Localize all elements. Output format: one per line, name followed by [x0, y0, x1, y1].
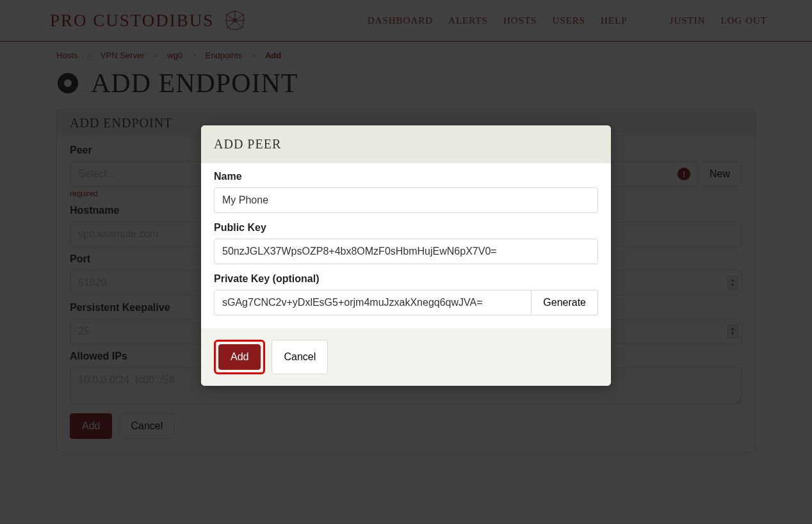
private-key-input[interactable]: [214, 290, 532, 315]
peer-cancel-button[interactable]: Cancel: [272, 340, 328, 374]
modal-overlay: ADD PEER Name Public Key Private Key (op…: [0, 0, 812, 524]
public-key-label: Public Key: [214, 222, 598, 234]
private-key-label: Private Key (optional): [214, 273, 598, 285]
generate-key-button[interactable]: Generate: [532, 290, 598, 315]
peer-name-label: Name: [214, 171, 598, 182]
add-peer-modal: ADD PEER Name Public Key Private Key (op…: [201, 125, 611, 386]
add-button-highlight: Add: [214, 340, 265, 374]
public-key-input[interactable]: [214, 239, 598, 264]
peer-name-input[interactable]: [214, 187, 598, 213]
peer-add-button[interactable]: Add: [218, 344, 261, 370]
modal-title: ADD PEER: [201, 125, 611, 163]
